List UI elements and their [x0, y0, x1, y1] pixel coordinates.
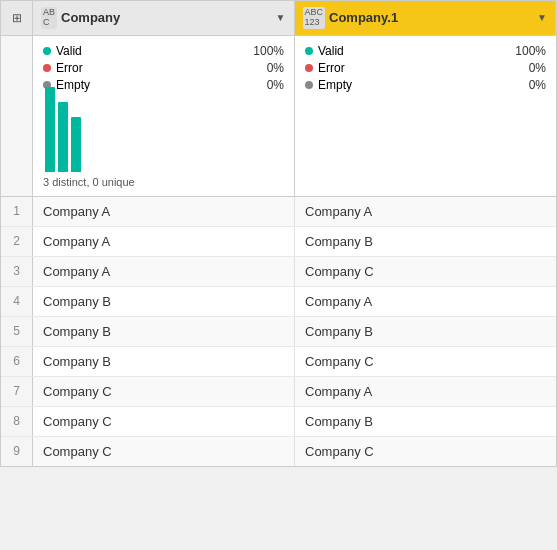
stat-valid-company: Valid 100%: [43, 44, 284, 58]
col-header-company1-left: ABC123 Company.1: [303, 7, 399, 29]
stat-error-company: Error 0%: [43, 61, 284, 75]
cell-company: Company C: [33, 377, 295, 406]
col-company-dropdown[interactable]: ▼: [276, 12, 286, 23]
row-number: 6: [1, 347, 33, 376]
stat-empty-pct-company1: 0%: [511, 78, 546, 92]
dot-error-company: [43, 64, 51, 72]
stat-empty-company: Empty 0%: [43, 78, 284, 92]
cell-company1: Company A: [295, 197, 556, 226]
dot-error-company1: [305, 64, 313, 72]
table-row: 6 Company B Company C: [1, 347, 556, 377]
bar-3: [71, 117, 81, 172]
row-number: 8: [1, 407, 33, 436]
row-number: 2: [1, 227, 33, 256]
row-num-header: ⊞: [1, 1, 33, 35]
table-row: 1 Company A Company A: [1, 197, 556, 227]
row-num-stats: [1, 36, 33, 196]
stats-panel-company: Valid 100% Error 0% Empty 0%: [33, 36, 295, 196]
col-type-icon-company1: ABC123: [303, 7, 326, 29]
table-row: 9 Company C Company C: [1, 437, 556, 466]
cell-company1: Company A: [295, 287, 556, 316]
cell-company: Company B: [33, 347, 295, 376]
cell-company: Company C: [33, 437, 295, 466]
col-header-company1-label: Company.1: [329, 10, 398, 25]
stat-valid-pct-company: 100%: [249, 44, 284, 58]
stats-panel-company1: Valid 100% Error 0% Empty 0%: [295, 36, 556, 196]
table-icon: ⊞: [12, 11, 22, 25]
table-row: 7 Company C Company A: [1, 377, 556, 407]
table-row: 2 Company A Company B: [1, 227, 556, 257]
dot-valid-company1: [305, 47, 313, 55]
header-row: ⊞ ABC Company ▼ ABC123 Company.1 ▼: [1, 1, 556, 36]
row-number: 4: [1, 287, 33, 316]
cell-company: Company A: [33, 197, 295, 226]
cell-company1: Company C: [295, 347, 556, 376]
table-row: 3 Company A Company C: [1, 257, 556, 287]
row-number: 3: [1, 257, 33, 286]
cell-company: Company A: [33, 257, 295, 286]
stat-empty-label-company1: Empty: [318, 78, 352, 92]
cell-company: Company A: [33, 227, 295, 256]
stats-row: Valid 100% Error 0% Empty 0%: [1, 36, 556, 197]
bar-1: [45, 87, 55, 172]
col-header-company[interactable]: ABC Company ▼: [33, 1, 295, 35]
col-header-company-left: ABC Company: [41, 7, 120, 29]
dot-empty-company1: [305, 81, 313, 89]
stat-error-pct-company: 0%: [249, 61, 284, 75]
cell-company1: Company B: [295, 407, 556, 436]
col-type-icon-company: ABC: [41, 7, 57, 29]
col-header-company1[interactable]: ABC123 Company.1 ▼: [295, 1, 557, 35]
cell-company: Company B: [33, 317, 295, 346]
col-header-company-label: Company: [61, 10, 120, 25]
stat-error-label-company: Error: [56, 61, 83, 75]
row-number: 5: [1, 317, 33, 346]
dot-valid-company: [43, 47, 51, 55]
bar-chart-company: [43, 102, 284, 172]
stat-valid-label-company1: Valid: [318, 44, 344, 58]
cell-company1: Company B: [295, 227, 556, 256]
table-row: 8 Company C Company B: [1, 407, 556, 437]
stat-valid-pct-company1: 100%: [511, 44, 546, 58]
cell-company1: Company A: [295, 377, 556, 406]
col-company1-dropdown[interactable]: ▼: [537, 12, 547, 23]
table-row: 4 Company B Company A: [1, 287, 556, 317]
cell-company: Company B: [33, 287, 295, 316]
stat-empty-label-company: Empty: [56, 78, 90, 92]
data-table: ⊞ ABC Company ▼ ABC123 Company.1 ▼ Valid: [0, 0, 557, 467]
row-number: 1: [1, 197, 33, 226]
stat-valid-label-company: Valid: [56, 44, 82, 58]
cell-company1: Company C: [295, 257, 556, 286]
cell-company1: Company B: [295, 317, 556, 346]
stat-error-pct-company1: 0%: [511, 61, 546, 75]
cell-company1: Company C: [295, 437, 556, 466]
row-number: 7: [1, 377, 33, 406]
stat-empty-company1: Empty 0%: [305, 78, 546, 92]
stat-error-company1: Error 0%: [305, 61, 546, 75]
row-number: 9: [1, 437, 33, 466]
distinct-label-company: 3 distinct, 0 unique: [43, 176, 284, 188]
stat-error-label-company1: Error: [318, 61, 345, 75]
stat-valid-company1: Valid 100%: [305, 44, 546, 58]
cell-company: Company C: [33, 407, 295, 436]
data-rows-container: 1 Company A Company A 2 Company A Compan…: [1, 197, 556, 466]
stat-empty-pct-company: 0%: [249, 78, 284, 92]
bar-2: [58, 102, 68, 172]
table-row: 5 Company B Company B: [1, 317, 556, 347]
